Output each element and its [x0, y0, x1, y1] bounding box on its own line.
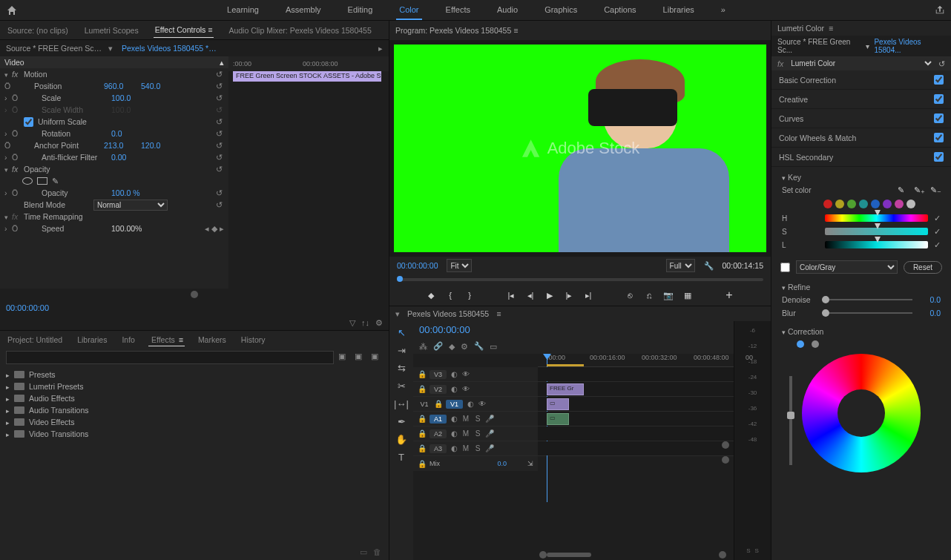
check-icon[interactable]: ✓ [934, 214, 941, 223]
folder-audio-effects[interactable]: Audio Effects [6, 392, 383, 404]
tab-effects[interactable]: Effects ≡ [148, 334, 185, 346]
swatch-white[interactable] [906, 200, 915, 208]
color-gray-select[interactable]: Color/Gray [796, 260, 898, 274]
uniform-scale-checkbox[interactable] [24, 117, 33, 127]
mute-icon[interactable]: M [461, 444, 470, 452]
reset-icon[interactable]: ↺ [214, 188, 224, 197]
program-timecode[interactable]: 00:00:00:00 [397, 261, 438, 270]
reset-icon[interactable]: ↺ [214, 82, 224, 90]
voiceover-icon[interactable]: 🎤 [485, 415, 494, 423]
swatch-green[interactable] [847, 200, 856, 208]
eyedropper-sub-icon[interactable]: ✎₋ [930, 185, 941, 194]
section-enable-checkbox[interactable] [934, 113, 944, 123]
eyedropper-icon[interactable]: ✎ [898, 185, 908, 194]
zoom-in-handle[interactable] [719, 551, 726, 559]
go-to-out-icon[interactable]: ▸| [582, 291, 594, 300]
solo-indicator[interactable]: S [746, 547, 750, 554]
tab-source[interactable]: Source: (no clips) [6, 23, 70, 38]
saturation-slider[interactable] [825, 228, 928, 235]
folder-video-transitions[interactable]: Video Transitions [6, 428, 383, 440]
source-patch-v1[interactable]: V1 [418, 401, 431, 408]
v-scroll-thumb[interactable] [722, 441, 729, 449]
video-clip[interactable]: ▭ [547, 398, 569, 410]
lock-icon[interactable]: 🔒 [418, 444, 427, 452]
step-forward-icon[interactable]: |▸ [563, 291, 575, 300]
workspace-audio[interactable]: Audio [494, 1, 521, 20]
filter-icon[interactable]: ▽ [349, 318, 355, 328]
export-frame-icon[interactable]: 📷 [662, 291, 674, 300]
comparison-icon[interactable]: ▦ [682, 291, 694, 300]
program-view[interactable]: Adobe Stock [394, 45, 766, 252]
wrench-icon[interactable]: 🔧 [704, 261, 714, 271]
luma-slider[interactable] [825, 241, 928, 248]
yuv-badge-icon[interactable]: ▣ [371, 352, 383, 363]
ec-timeline[interactable]: :00:00 00:00:08:00 FREE Green Screen STO… [228, 56, 389, 289]
anchor-x[interactable]: 213.0 [104, 141, 141, 150]
swatch-magenta[interactable] [895, 200, 904, 208]
mask-rect-icon[interactable] [37, 177, 47, 185]
reset-icon[interactable]: ↺ [214, 165, 224, 174]
caption-icon[interactable]: ▭ [490, 342, 497, 351]
solo-icon[interactable]: S [473, 444, 482, 452]
play-icon[interactable]: ▶ [544, 291, 556, 300]
check-icon[interactable]: ✓ [934, 227, 941, 236]
ec-timecode[interactable]: 00:00:00:00 [0, 300, 389, 315]
timeline-ruler[interactable]: :00:00 00:00:16:00 00:00:32:00 00:00:48:… [538, 354, 734, 367]
section-color-wheels[interactable]: Color Wheels & Match [771, 128, 951, 148]
zoom-out-handle[interactable] [539, 551, 547, 559]
color-gray-checkbox[interactable] [780, 263, 790, 272]
workspace-libraries[interactable]: Libraries [660, 1, 697, 20]
section-creative[interactable]: Creative [771, 90, 951, 109]
ec-time-remap-group[interactable]: fx Time Remapping [0, 211, 228, 223]
expand-icon[interactable]: ⇲ [527, 460, 533, 467]
workspace-overflow-icon[interactable]: » [718, 1, 728, 20]
eye-icon[interactable]: 👁 [478, 400, 487, 408]
section-enable-checkbox[interactable] [934, 94, 944, 104]
opacity-value[interactable]: 100.0 % [111, 188, 148, 197]
folder-lumetri-presets[interactable]: Lumetri Presets [6, 381, 383, 392]
track-select-tool-icon[interactable]: ⇥ [394, 343, 409, 357]
solo-icon[interactable]: S [473, 415, 482, 423]
eye-icon[interactable]: 👁 [461, 370, 470, 378]
tab-history[interactable]: History [240, 334, 267, 346]
mask-ellipse-icon[interactable] [22, 177, 33, 185]
h-scrollbar[interactable] [547, 553, 591, 557]
ripple-tool-icon[interactable]: ⇆ [394, 361, 409, 375]
lock-icon[interactable]: 🔒 [418, 429, 427, 438]
add-marker-icon[interactable]: ◆ [425, 291, 437, 300]
v-scroll-thumb[interactable] [722, 456, 729, 464]
section-enable-checkbox[interactable] [934, 133, 944, 142]
reset-icon[interactable]: ↺ [214, 153, 224, 162]
luma-slider-vertical[interactable] [789, 376, 792, 465]
anchor-y[interactable]: 120.0 [141, 141, 178, 150]
workspace-learning[interactable]: Learning [224, 1, 262, 20]
solo-icon[interactable]: S [473, 429, 482, 438]
track-toggle[interactable]: V2 [430, 385, 447, 394]
accel-badge-icon[interactable]: ▣ [338, 352, 350, 363]
check-icon[interactable]: ✓ [934, 240, 941, 249]
extract-icon[interactable]: ⎌ [643, 291, 655, 300]
razor-tool-icon[interactable]: ✂ [394, 379, 409, 392]
workspace-editing[interactable]: Editing [345, 1, 376, 20]
voiceover-icon[interactable]: 🎤 [485, 444, 494, 452]
lock-icon[interactable]: 🔒 [434, 400, 443, 408]
lift-icon[interactable]: ⎋ [624, 291, 636, 300]
new-bin-icon[interactable]: ▭ [360, 547, 367, 557]
ec-scrollbar-thumb[interactable] [191, 291, 198, 298]
section-curves[interactable]: Curves [771, 109, 951, 128]
track-toggle[interactable]: A3 [430, 444, 447, 453]
lock-icon[interactable]: 🔒 [418, 385, 427, 393]
selection-tool-icon[interactable]: ↖ [394, 326, 409, 339]
track-toggle[interactable]: A2 [430, 429, 447, 438]
home-icon[interactable] [6, 4, 18, 16]
sync-lock-icon[interactable]: ◐ [466, 400, 475, 408]
lock-icon[interactable]: 🔒 [418, 370, 427, 378]
zoom-select[interactable]: Full [666, 259, 695, 272]
track-toggle[interactable]: V3 [430, 370, 447, 379]
reset-button[interactable]: Reset [904, 261, 942, 274]
lumetri-effect-select[interactable]: Lumetri Color [788, 59, 934, 68]
step-back-icon[interactable]: ◂| [524, 291, 536, 300]
position-y[interactable]: 540.0 [141, 82, 178, 90]
ec-sequence-link[interactable]: Pexels Videos 1580455 * FREE... [122, 44, 218, 53]
reset-icon[interactable]: ↺ [214, 200, 224, 209]
